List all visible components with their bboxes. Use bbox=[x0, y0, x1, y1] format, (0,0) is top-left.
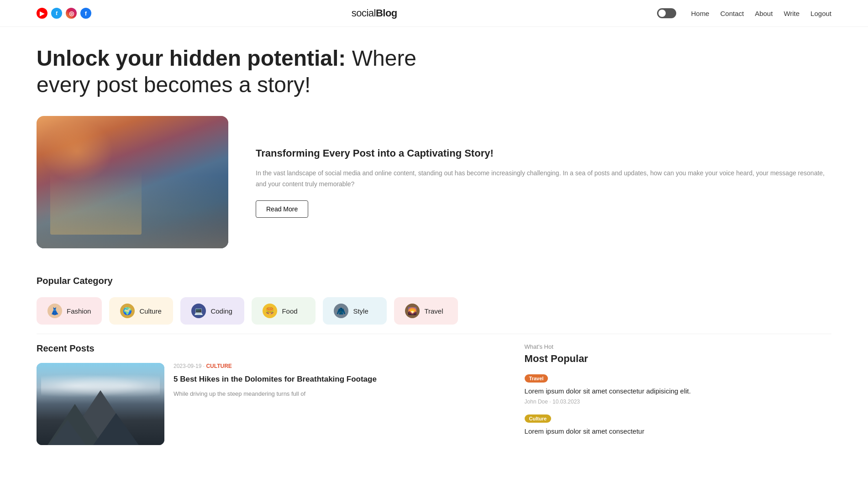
youtube-icon[interactable]: ▶ bbox=[37, 8, 47, 19]
site-logo: socialBlog bbox=[352, 7, 397, 19]
featured-text: Transforming Every Post into a Captivati… bbox=[256, 147, 831, 218]
post-date: 2023-09-19 bbox=[174, 363, 201, 369]
style-icon: 🧥 bbox=[334, 304, 348, 318]
featured-image bbox=[37, 116, 228, 248]
twitter-icon[interactable]: t bbox=[51, 8, 62, 19]
popular-item-1-meta: John Doe · 10.03.2023 bbox=[525, 399, 831, 405]
popular-item-2: Culture Lorem ipsum dolor sit amet conse… bbox=[525, 414, 831, 436]
recent-posts-title: Recent Posts bbox=[37, 343, 497, 354]
featured-description: In the vast landscape of social media an… bbox=[256, 168, 831, 190]
category-culture-label: Culture bbox=[139, 307, 161, 315]
most-popular-title: Most Popular bbox=[525, 353, 831, 365]
social-icons-group: ▶ t ◎ f bbox=[37, 8, 91, 19]
nav-logout[interactable]: Logout bbox=[810, 10, 831, 17]
instagram-icon[interactable]: ◎ bbox=[66, 8, 77, 19]
category-travel-label: Travel bbox=[424, 307, 443, 315]
food-icon: 🍔 bbox=[263, 304, 277, 318]
travel-icon: 🌄 bbox=[405, 304, 420, 318]
category-coding-label: Coding bbox=[210, 307, 232, 315]
nav-about[interactable]: About bbox=[755, 10, 773, 17]
category-style[interactable]: 🧥 Style bbox=[323, 297, 387, 325]
theme-toggle[interactable] bbox=[657, 8, 676, 18]
category-fashion[interactable]: 👗 Fashion bbox=[37, 297, 102, 325]
popular-item-1: Travel Lorem ipsum dolor sit amet consec… bbox=[525, 374, 831, 405]
nav-write[interactable]: Write bbox=[784, 10, 800, 17]
whats-hot-label: What's Hot bbox=[525, 343, 831, 350]
category-food-label: Food bbox=[282, 307, 297, 315]
popular-badge-travel: Travel bbox=[525, 374, 548, 383]
category-culture[interactable]: 🌍 Culture bbox=[109, 297, 173, 325]
facebook-icon[interactable]: f bbox=[80, 8, 91, 19]
header: ▶ t ◎ f socialBlog Home Contact About Wr… bbox=[0, 0, 868, 27]
nav-contact[interactable]: Contact bbox=[720, 10, 744, 17]
culture-icon: 🌍 bbox=[120, 304, 135, 318]
category-grid: 👗 Fashion 🌍 Culture 💻 Coding 🍔 Food 🧥 St… bbox=[37, 297, 831, 325]
hero-section: Unlock your hidden potential: Where ever… bbox=[0, 27, 868, 107]
popular-item-2-title[interactable]: Lorem ipsum dolor sit amet consectetur bbox=[525, 426, 831, 436]
coding-icon: 💻 bbox=[191, 304, 206, 318]
category-food[interactable]: 🍔 Food bbox=[252, 297, 316, 325]
featured-heading: Transforming Every Post into a Captivati… bbox=[256, 147, 831, 161]
most-popular-column: What's Hot Most Popular Travel Lorem ips… bbox=[525, 343, 831, 445]
category-coding[interactable]: 💻 Coding bbox=[180, 297, 244, 325]
post-card: 2023-09-19 · CULTURE 5 Best Hikes in the… bbox=[37, 363, 497, 445]
category-travel[interactable]: 🌄 Travel bbox=[394, 297, 458, 325]
popular-item-1-title[interactable]: Lorem ipsum dolor sit amet consectetur a… bbox=[525, 386, 831, 396]
post-meta: 2023-09-19 · CULTURE bbox=[174, 363, 497, 369]
post-card-title[interactable]: 5 Best Hikes in the Dolomites for Breath… bbox=[174, 374, 497, 385]
recent-section: Recent Posts 2023-09-19 · CULTURE 5 Best… bbox=[0, 334, 868, 463]
post-info: 2023-09-19 · CULTURE 5 Best Hikes in the… bbox=[174, 363, 497, 445]
popular-badge-culture: Culture bbox=[525, 414, 552, 423]
fashion-icon: 👗 bbox=[47, 304, 62, 318]
popular-category-section: Popular Category 👗 Fashion 🌍 Culture 💻 C… bbox=[0, 267, 868, 334]
hero-title: Unlock your hidden potential: Where ever… bbox=[37, 45, 447, 98]
recent-posts-column: Recent Posts 2023-09-19 · CULTURE 5 Best… bbox=[37, 343, 497, 445]
category-fashion-label: Fashion bbox=[67, 307, 91, 315]
popular-category-title: Popular Category bbox=[37, 276, 831, 286]
main-nav: Home Contact About Write Logout bbox=[657, 8, 831, 18]
nav-home[interactable]: Home bbox=[691, 10, 709, 17]
post-thumbnail bbox=[37, 363, 164, 445]
featured-section: Transforming Every Post into a Captivati… bbox=[0, 107, 868, 267]
read-more-button[interactable]: Read More bbox=[256, 200, 308, 218]
post-card-excerpt: While driving up the steep meandering tu… bbox=[174, 389, 497, 399]
post-category-tag: CULTURE bbox=[206, 363, 231, 369]
category-style-label: Style bbox=[353, 307, 368, 315]
